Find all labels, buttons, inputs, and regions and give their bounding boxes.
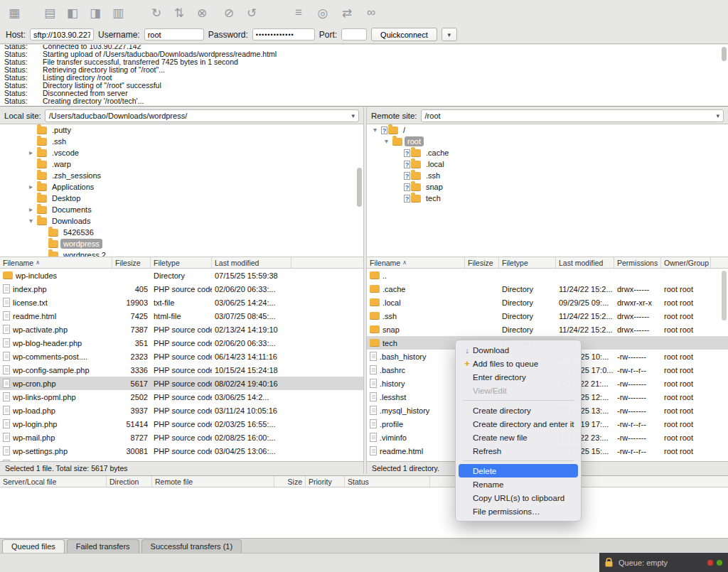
menu-item-refresh[interactable]: Refresh — [459, 444, 578, 458]
compare-icon[interactable]: ◎ — [314, 6, 331, 21]
local-column-filename[interactable]: Filename∧ — [0, 257, 112, 268]
local-tree-item[interactable]: .ssh — [0, 136, 363, 147]
menu-item-create-new-file[interactable]: Create new file — [459, 431, 578, 444]
process-queue-icon[interactable]: ⇅ — [171, 6, 188, 21]
menu-item-add-files-to-queue[interactable]: +Add files to queue — [459, 357, 578, 370]
local-tree-item[interactable]: .warp — [0, 158, 363, 170]
queue-column-remote-file[interactable]: Remote file — [152, 476, 274, 487]
local-file-row[interactable]: wp-cron.php5617PHP source code08/02/24 1… — [0, 377, 363, 390]
local-column-filesize[interactable]: Filesize — [112, 257, 151, 268]
queue-column-direction[interactable]: Direction — [107, 476, 152, 487]
remote-file-row[interactable]: snapDirectory11/24/22 15:2...drwx------r… — [367, 323, 728, 336]
local-file-row[interactable]: wp-config-sample.php3336PHP source code1… — [0, 363, 363, 377]
chevron-down-icon[interactable]: ▾ — [382, 138, 390, 145]
local-tree-item[interactable]: .zsh_sessions — [0, 170, 363, 181]
username-input[interactable] — [144, 28, 204, 41]
local-tree-item[interactable]: Desktop — [0, 193, 363, 204]
local-file-row[interactable]: index.php405PHP source code02/06/20 06:3… — [0, 282, 363, 296]
remote-tree-item[interactable]: ▾root — [367, 136, 728, 147]
menu-item-delete[interactable]: Delete — [459, 464, 578, 477]
filter-icon[interactable]: ≡ — [290, 6, 307, 20]
menu-item-file-permissions[interactable]: File permissions… — [459, 504, 578, 518]
menu-item-rename[interactable]: Rename — [459, 477, 578, 491]
log-scrollbar[interactable] — [722, 47, 727, 61]
remote-column-filesize[interactable]: Filesize — [465, 257, 499, 268]
refresh-icon[interactable]: ↻ — [148, 6, 165, 21]
chevron-right-icon[interactable]: ▸ — [27, 149, 35, 156]
menu-item-view-edit[interactable]: View/Edit — [459, 384, 578, 397]
local-tree-scrollbar[interactable] — [357, 168, 362, 207]
local-path-combobox[interactable]: /Users/taducbao/Downloads/wordpress/ ▾ — [45, 109, 359, 122]
local-file-row[interactable]: wp-settings.php30081PHP source code03/04… — [0, 444, 363, 458]
chevron-right-icon[interactable]: ▸ — [27, 183, 35, 190]
remote-file-row[interactable]: .localDirectory09/29/25 09:...drwxr-xr-x… — [367, 296, 728, 309]
remote-file-row[interactable]: .sshDirectory11/24/22 15:2...drwx------r… — [367, 309, 728, 323]
queue-column-priority[interactable]: Priority — [306, 476, 345, 487]
local-file-row[interactable]: wp-activate.php7387PHP source code02/13/… — [0, 323, 363, 336]
remote-tree-item[interactable]: ?.local — [367, 158, 728, 170]
site-manager-icon[interactable]: ▦ — [6, 6, 23, 21]
queue-column-server-local-file[interactable]: Server/Local file — [0, 476, 107, 487]
disconnect-icon[interactable]: ⊘ — [220, 6, 237, 21]
local-tree-item[interactable]: ▸Applications — [0, 181, 363, 193]
tab-successful-transfers-1[interactable]: Successful transfers (1) — [141, 539, 242, 553]
local-tree-item[interactable]: 5426536 — [0, 227, 363, 238]
local-tree-item[interactable]: ▾Downloads — [0, 215, 363, 227]
chevron-right-icon[interactable]: ▸ — [27, 206, 35, 213]
local-file-row[interactable]: wp-blog-header.php351PHP source code02/0… — [0, 336, 363, 350]
remote-column-last-modified[interactable]: Last modified — [556, 257, 614, 268]
remote-column-filename[interactable]: Filename∧ — [367, 257, 465, 268]
quickconnect-dropdown-button[interactable]: ▾ — [441, 28, 457, 41]
remote-tree-item[interactable]: ▾?/ — [367, 124, 728, 136]
queue-column-size[interactable]: Size — [274, 476, 306, 487]
menu-item-create-directory[interactable]: Create directory — [459, 404, 578, 417]
local-tree-item[interactable]: .putty — [0, 124, 363, 136]
local-file-row[interactable]: wp-comments-post....2323PHP source code0… — [0, 350, 363, 363]
sync-browsing-icon[interactable]: ⇄ — [338, 6, 355, 21]
remote-file-row[interactable]: .. — [367, 269, 728, 282]
local-tree-item[interactable]: wordpress — [0, 238, 363, 249]
local-tree-item[interactable]: wordpress 2 — [0, 249, 363, 257]
remote-tree-item[interactable]: ?snap — [367, 181, 728, 193]
remote-column-filetype[interactable]: Filetype — [499, 257, 556, 268]
remote-tree-item[interactable]: ?tech — [367, 193, 728, 204]
remote-column-owner-group[interactable]: Owner/Group — [661, 257, 711, 268]
local-file-row[interactable]: wp-includesDirectory07/15/25 15:59:38 — [0, 269, 363, 282]
local-tree-item[interactable]: ▸Documents — [0, 204, 363, 215]
local-file-row[interactable]: wp-login.php51414PHP source code02/03/25… — [0, 417, 363, 431]
menu-item-enter-directory[interactable]: Enter directory — [459, 370, 578, 384]
transfer-queue-icon[interactable]: ▥ — [109, 6, 127, 21]
cancel-icon[interactable]: ⊗ — [193, 6, 210, 21]
remote-tree-item[interactable]: ?.cache — [367, 147, 728, 158]
tab-failed-transfers[interactable]: Failed transfers — [67, 539, 139, 553]
remote-path-combobox[interactable]: /root ▾ — [421, 109, 724, 122]
local-file-row[interactable]: wp-load.php3937PHP source code03/11/24 1… — [0, 404, 363, 417]
port-input[interactable] — [341, 28, 367, 41]
password-input[interactable] — [252, 28, 315, 41]
chevron-down-icon[interactable]: ▾ — [27, 217, 35, 225]
remote-file-row[interactable]: .cacheDirectory11/24/22 15:2...drwx-----… — [367, 282, 728, 296]
host-input[interactable] — [30, 28, 94, 41]
remote-column-permissions[interactable]: Permissions — [614, 257, 661, 268]
local-column-last-modified[interactable]: Last modified — [212, 257, 291, 268]
local-treeview-icon[interactable]: ◧ — [64, 6, 81, 21]
remote-treeview-icon[interactable]: ◨ — [87, 6, 104, 21]
remote-list-scrollbar[interactable] — [722, 271, 727, 320]
local-file-row[interactable]: wp-links-opml.php2502PHP source code03/0… — [0, 390, 363, 404]
local-tree-item[interactable]: ▸.vscode — [0, 147, 363, 158]
local-file-row[interactable]: readme.html7425html-file03/07/25 08:45:.… — [0, 309, 363, 323]
quickconnect-button[interactable]: Quickconnect — [371, 28, 437, 41]
chevron-down-icon[interactable]: ▾ — [371, 126, 379, 134]
menu-item-create-directory-and-enter-it[interactable]: Create directory and enter it — [459, 417, 578, 431]
local-file-row[interactable]: wp-mail.php8727PHP source code02/08/25 1… — [0, 431, 363, 444]
queue-column-status[interactable]: Status — [345, 476, 430, 487]
menu-item-copy-url-s-to-clipboard[interactable]: Copy URL(s) to clipboard — [459, 491, 578, 504]
message-log-icon[interactable]: ▤ — [41, 6, 58, 21]
remote-tree-item[interactable]: ?.ssh — [367, 170, 728, 181]
local-column-filetype[interactable]: Filetype — [151, 257, 212, 268]
local-file-row[interactable]: license.txt19903txt-file03/06/25 14:24:.… — [0, 296, 363, 309]
reconnect-icon[interactable]: ↺ — [243, 6, 260, 21]
find-icon[interactable]: ∞ — [363, 6, 380, 20]
tab-queued-files[interactable]: Queued files — [2, 539, 65, 553]
menu-item-download[interactable]: ↓Download — [459, 343, 578, 357]
